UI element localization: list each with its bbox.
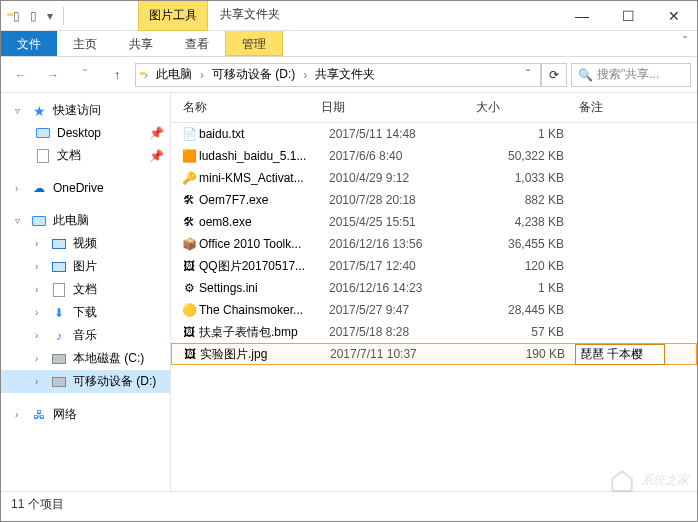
- file-name: 扶桌子表情包.bmp: [199, 324, 329, 341]
- column-headers: 名称 日期 大小 备注: [171, 93, 697, 123]
- qat-item[interactable]: ▯: [9, 9, 24, 23]
- tab-share[interactable]: 共享: [113, 31, 169, 56]
- sidebar-item-documents2[interactable]: › 文档: [1, 278, 170, 301]
- sidebar-item-pictures[interactable]: › 图片: [1, 255, 170, 278]
- file-icon: 🟧: [179, 149, 199, 163]
- table-row[interactable]: 📦Office 2010 Toolk...2016/12/16 13:5636,…: [171, 233, 697, 255]
- expand-arrow-icon[interactable]: ▿: [15, 215, 25, 226]
- file-name: The Chainsmoker...: [199, 303, 329, 317]
- desktop-icon: [35, 125, 51, 141]
- table-row[interactable]: 🖼QQ图片20170517...2017/5/17 12:40120 KB: [171, 255, 697, 277]
- file-size: 57 KB: [484, 325, 574, 339]
- recent-button[interactable]: ˇ: [71, 63, 99, 87]
- qat-item[interactable]: ▯: [26, 9, 41, 23]
- context-tab-picture-tools[interactable]: 图片工具: [138, 0, 208, 31]
- table-row[interactable]: 📄baidu.txt2017/5/11 14:481 KB: [171, 123, 697, 145]
- qat-overflow[interactable]: ▾: [43, 9, 57, 23]
- download-icon: ⬇: [51, 305, 67, 321]
- file-name: oem8.exe: [199, 215, 329, 229]
- forward-button[interactable]: →: [39, 63, 67, 87]
- sidebar-item-network[interactable]: ›🖧 网络: [1, 403, 170, 426]
- document-icon: [51, 282, 67, 298]
- chevron-right-icon[interactable]: ›: [142, 68, 150, 82]
- file-name: QQ图片20170517...: [199, 258, 329, 275]
- sidebar-item-downloads[interactable]: ›⬇ 下载: [1, 301, 170, 324]
- table-row[interactable]: 🛠oem8.exe2015/4/25 15:514,238 KB: [171, 211, 697, 233]
- file-size: 50,322 KB: [484, 149, 574, 163]
- expand-arrow-icon[interactable]: ▿: [15, 105, 25, 116]
- table-row[interactable]: 🟡The Chainsmoker...2017/5/27 9:4728,445 …: [171, 299, 697, 321]
- sidebar-item-onedrive[interactable]: › ☁ OneDrive: [1, 177, 170, 199]
- file-size: 28,445 KB: [484, 303, 574, 317]
- tab-manage[interactable]: 管理: [225, 31, 283, 56]
- table-row[interactable]: 🖼实验图片.jpg2017/7/11 10:37190 KB琵琶 千本樱: [171, 343, 697, 365]
- table-row[interactable]: 🛠Oem7F7.exe2010/7/28 20:18882 KB: [171, 189, 697, 211]
- file-icon: 🖼: [179, 259, 199, 273]
- table-row[interactable]: 🖼扶桌子表情包.bmp2017/5/18 8:2857 KB: [171, 321, 697, 343]
- titlebar: ▯ ▯ ▾ 图片工具 共享文件夹 — ☐ ✕: [1, 1, 697, 31]
- file-size: 1 KB: [484, 281, 574, 295]
- chevron-right-icon[interactable]: ›: [301, 68, 309, 82]
- status-bar: 11 个项目: [1, 491, 697, 517]
- ribbon-expand-button[interactable]: ˇ: [673, 31, 697, 56]
- pin-icon: 📌: [149, 149, 164, 163]
- titlebar-tabs: 图片工具 共享文件夹: [68, 0, 559, 31]
- table-row[interactable]: ⚙Settings.ini2016/12/16 14:231 KB: [171, 277, 697, 299]
- content-area: ▿ ★ 快速访问 Desktop 📌 文档 📌 › ☁ OneDrive ▿ 此…: [1, 93, 697, 491]
- table-row[interactable]: 🔑mini-KMS_Activat...2010/4/29 9:121,033 …: [171, 167, 697, 189]
- sidebar-item-videos[interactable]: › 视频: [1, 232, 170, 255]
- file-date: 2017/5/27 9:47: [329, 303, 484, 317]
- window-title: 共享文件夹: [208, 0, 292, 31]
- label: 下载: [73, 304, 97, 321]
- file-icon: 🟡: [179, 303, 199, 317]
- column-note[interactable]: 备注: [571, 99, 697, 116]
- file-icon: 🔑: [179, 171, 199, 185]
- up-button[interactable]: ↑: [103, 63, 131, 87]
- file-size: 1 KB: [484, 127, 574, 141]
- label: 文档: [57, 147, 81, 164]
- sidebar-item-thispc[interactable]: ▿ 此电脑: [1, 209, 170, 232]
- column-size[interactable]: 大小: [476, 99, 571, 116]
- address-dropdown[interactable]: ˇ: [520, 68, 536, 82]
- breadcrumb[interactable]: › 此电脑 › 可移动设备 (D:) › 共享文件夹 ˇ: [135, 63, 541, 87]
- label: 图片: [73, 258, 97, 275]
- sidebar-item-ddisk[interactable]: › 可移动设备 (D:): [1, 370, 170, 393]
- table-row[interactable]: 🟧ludashi_baidu_5.1...2017/6/6 8:4050,322…: [171, 145, 697, 167]
- close-button[interactable]: ✕: [651, 1, 697, 31]
- chevron-right-icon[interactable]: ›: [198, 68, 206, 82]
- search-input[interactable]: 🔍 搜索"共享...: [571, 63, 691, 87]
- label: 本地磁盘 (C:): [73, 350, 144, 367]
- search-placeholder: 搜索"共享...: [597, 66, 659, 83]
- maximize-button[interactable]: ☐: [605, 1, 651, 31]
- note-edit-input[interactable]: 琵琶 千本樱: [575, 344, 665, 365]
- file-list-pane: 名称 日期 大小 备注 📄baidu.txt2017/5/11 14:481 K…: [171, 93, 697, 491]
- file-size: 4,238 KB: [484, 215, 574, 229]
- column-name[interactable]: 名称: [171, 99, 321, 116]
- onedrive-icon: ☁: [31, 180, 47, 196]
- tab-home[interactable]: 主页: [57, 31, 113, 56]
- refresh-button[interactable]: ⟳: [541, 63, 567, 87]
- drive-icon: [51, 351, 67, 367]
- tab-view[interactable]: 查看: [169, 31, 225, 56]
- file-name: Settings.ini: [199, 281, 329, 295]
- minimize-button[interactable]: —: [559, 1, 605, 31]
- crumb-drive[interactable]: 可移动设备 (D:): [208, 64, 299, 85]
- sidebar-item-desktop[interactable]: Desktop 📌: [1, 122, 170, 144]
- file-list[interactable]: 📄baidu.txt2017/5/11 14:481 KB🟧ludashi_ba…: [171, 123, 697, 491]
- crumb-thispc[interactable]: 此电脑: [152, 64, 196, 85]
- file-icon: 🖼: [179, 325, 199, 339]
- crumb-folder[interactable]: 共享文件夹: [311, 64, 379, 85]
- label: OneDrive: [53, 181, 104, 195]
- back-button[interactable]: ←: [7, 63, 35, 87]
- expand-arrow-icon[interactable]: ›: [15, 183, 25, 194]
- column-date[interactable]: 日期: [321, 99, 476, 116]
- video-icon: [51, 236, 67, 252]
- sidebar-item-documents[interactable]: 文档 📌: [1, 144, 170, 167]
- sidebar-item-cdisk[interactable]: › 本地磁盘 (C:): [1, 347, 170, 370]
- sidebar-item-music[interactable]: ›♪ 音乐: [1, 324, 170, 347]
- sidebar-item-quickaccess[interactable]: ▿ ★ 快速访问: [1, 99, 170, 122]
- item-count: 11 个项目: [11, 496, 64, 513]
- file-name: baidu.txt: [199, 127, 329, 141]
- document-icon: [35, 148, 51, 164]
- tab-file[interactable]: 文件: [1, 31, 57, 56]
